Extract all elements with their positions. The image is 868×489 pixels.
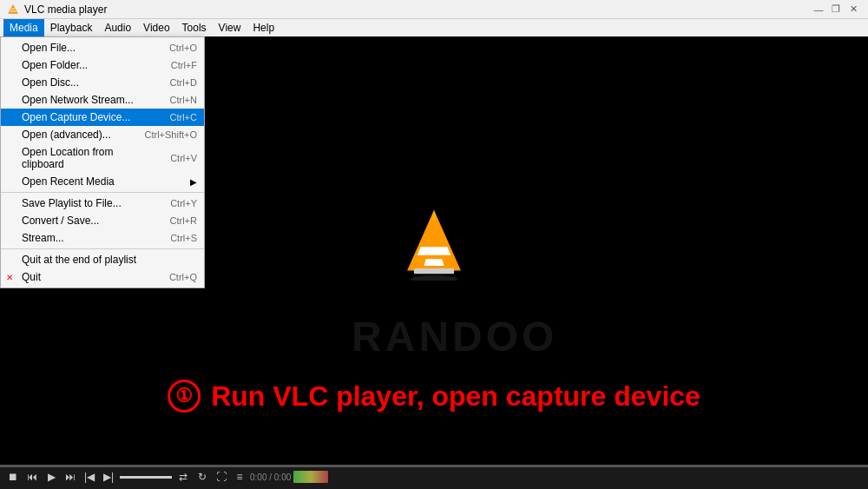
- menu-item-help[interactable]: Help: [247, 19, 280, 36]
- play-button[interactable]: ▶: [43, 469, 59, 485]
- menu-quit[interactable]: ✕ Quit Ctrl+Q: [1, 268, 204, 286]
- separator-1: [1, 192, 204, 193]
- menu-convert[interactable]: Convert / Save... Ctrl+R: [1, 212, 204, 229]
- menu-item-audio[interactable]: Audio: [98, 19, 137, 36]
- window-title: VLC media player: [24, 3, 107, 16]
- title-bar-left: VLC media player: [7, 3, 107, 16]
- svg-marker-6: [424, 259, 444, 266]
- volume-fill: [120, 476, 172, 479]
- menu-open-disc[interactable]: Open Disc... Ctrl+D: [1, 74, 204, 91]
- close-button[interactable]: ✕: [845, 3, 861, 17]
- svg-rect-8: [414, 268, 454, 274]
- svg-marker-7: [431, 209, 437, 220]
- menu-open-file[interactable]: Open File... Ctrl+O: [1, 39, 204, 56]
- vlc-logo: [399, 207, 469, 281]
- maximize-button[interactable]: ❐: [828, 3, 844, 17]
- progress-bar[interactable]: [0, 465, 868, 467]
- app-icon: [7, 3, 19, 16]
- menu-bar: Media Playback Audio Video Tools View He…: [0, 19, 868, 36]
- svg-marker-5: [418, 247, 451, 254]
- svg-point-3: [411, 274, 457, 280]
- svg-rect-2: [11, 8, 15, 9]
- next-button[interactable]: ⏭: [62, 469, 78, 485]
- svg-rect-1: [10, 10, 16, 11]
- fullscreen-button[interactable]: ⛶: [214, 469, 229, 485]
- menu-open-advanced[interactable]: Open (advanced)... Ctrl+Shift+O: [1, 126, 204, 143]
- media-dropdown: Open File... Ctrl+O Open Folder... Ctrl+…: [0, 36, 205, 288]
- separator-2: [1, 248, 204, 249]
- minimize-button[interactable]: —: [811, 3, 826, 17]
- menu-item-playback[interactable]: Playback: [44, 19, 99, 36]
- right-controls: ⛶ ≡ 0:00 / 0:00: [214, 469, 328, 485]
- menu-open-recent[interactable]: Open Recent Media ▶: [1, 173, 204, 190]
- annotation-text: Run VLC player, open capture device: [211, 380, 700, 413]
- prev-button[interactable]: ⏮: [24, 469, 40, 485]
- random-button[interactable]: ⇄: [175, 469, 191, 485]
- menu-open-location[interactable]: Open Location from clipboard Ctrl+V: [1, 143, 204, 173]
- time-display: 0:00 / 0:00: [250, 472, 291, 482]
- stop-button[interactable]: ⏹: [5, 469, 21, 485]
- volume-slider[interactable]: [120, 476, 172, 479]
- annotation-number: ①: [168, 380, 201, 413]
- extended-button[interactable]: ≡: [232, 469, 247, 485]
- menu-item-video[interactable]: Video: [137, 19, 175, 36]
- menu-open-network[interactable]: Open Network Stream... Ctrl+N: [1, 91, 204, 109]
- menu-quit-end[interactable]: Quit at the end of playlist: [1, 251, 204, 268]
- menu-item-media[interactable]: Media: [3, 19, 44, 36]
- menu-open-folder[interactable]: Open Folder... Ctrl+F: [1, 56, 204, 74]
- menu-stream[interactable]: Stream... Ctrl+S: [1, 229, 204, 247]
- title-bar: VLC media player — ❐ ✕: [0, 0, 868, 19]
- frame-prev[interactable]: |◀: [82, 469, 97, 485]
- volume-indicator: [293, 471, 328, 483]
- annotation: ① Run VLC player, open capture device: [168, 380, 700, 413]
- frame-next[interactable]: ▶|: [101, 469, 116, 485]
- controls-bar: ⏹ ⏮ ▶ ⏭ |◀ ▶| ⇄ ↻ ⛶ ≡ 0:00 / 0:00: [0, 465, 868, 489]
- menu-item-tools[interactable]: Tools: [176, 19, 213, 36]
- loop-button[interactable]: ↻: [194, 469, 210, 485]
- menu-item-view[interactable]: View: [213, 19, 247, 36]
- window-controls[interactable]: — ❐ ✕: [811, 3, 861, 17]
- watermark: RANDOO: [352, 313, 557, 360]
- menu-open-capture[interactable]: Open Capture Device... Ctrl+C: [1, 109, 204, 126]
- menu-save-playlist[interactable]: Save Playlist to File... Ctrl+Y: [1, 195, 204, 212]
